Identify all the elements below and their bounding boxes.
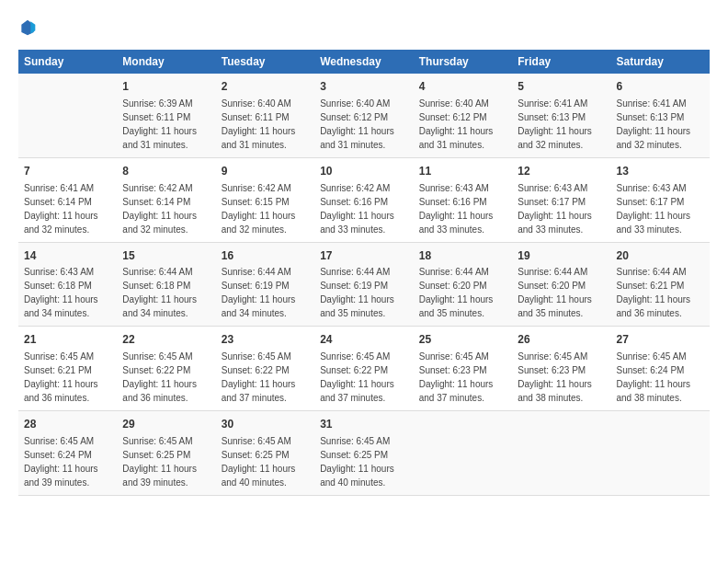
- day-number: 23: [222, 332, 309, 348]
- cell-sunset: Sunset: 6:23 PM: [518, 365, 586, 375]
- cell-sunrise: Sunrise: 6:45 AM: [320, 436, 390, 446]
- day-number: 10: [320, 164, 408, 179]
- calendar-cell: 18Sunrise: 6:44 AMSunset: 6:20 PMDayligh…: [414, 242, 512, 327]
- cell-sunrise: Sunrise: 6:40 AM: [320, 98, 390, 109]
- week-row-2: 7Sunrise: 6:41 AMSunset: 6:14 PMDaylight…: [18, 157, 710, 242]
- cell-sunrise: Sunrise: 6:45 AM: [24, 436, 94, 446]
- day-number: 2: [222, 79, 309, 95]
- cell-sunrise: Sunrise: 6:45 AM: [222, 436, 291, 446]
- calendar-cell: 15Sunrise: 6:44 AMSunset: 6:18 PMDayligh…: [117, 242, 215, 327]
- cell-sunrise: Sunrise: 6:40 AM: [419, 98, 489, 109]
- day-number: 19: [518, 248, 605, 264]
- cell-sunset: Sunset: 6:18 PM: [122, 281, 190, 291]
- cell-daylight: Daylight: 11 hours and 32 minutes.: [122, 211, 197, 235]
- day-number: 11: [419, 164, 506, 179]
- header-row: SundayMondayTuesdayWednesdayThursdayFrid…: [18, 50, 710, 74]
- cell-sunset: Sunset: 6:17 PM: [518, 197, 586, 207]
- cell-sunrise: Sunrise: 6:40 AM: [222, 98, 291, 109]
- cell-sunset: Sunset: 6:18 PM: [24, 281, 92, 291]
- cell-sunrise: Sunrise: 6:41 AM: [518, 98, 587, 109]
- cell-daylight: Daylight: 11 hours and 37 minutes.: [320, 379, 394, 403]
- cell-sunrise: Sunrise: 6:42 AM: [320, 183, 390, 193]
- cell-sunrise: Sunrise: 6:42 AM: [222, 183, 291, 193]
- calendar-cell: 12Sunrise: 6:43 AMSunset: 6:17 PMDayligh…: [512, 157, 610, 242]
- cell-sunset: Sunset: 6:22 PM: [320, 365, 388, 375]
- cell-daylight: Daylight: 11 hours and 37 minutes.: [222, 379, 296, 403]
- week-row-5: 28Sunrise: 6:45 AMSunset: 6:24 PMDayligh…: [18, 411, 710, 496]
- calendar-cell: 7Sunrise: 6:41 AMSunset: 6:14 PMDaylight…: [18, 157, 117, 242]
- calendar-cell: [512, 411, 610, 496]
- calendar-cell: 16Sunrise: 6:44 AMSunset: 6:19 PMDayligh…: [216, 242, 314, 327]
- day-number: 7: [24, 164, 111, 179]
- day-number: 12: [518, 164, 605, 179]
- cell-daylight: Daylight: 11 hours and 33 minutes.: [617, 211, 691, 235]
- calendar-cell: 14Sunrise: 6:43 AMSunset: 6:18 PMDayligh…: [18, 242, 117, 327]
- day-header-wednesday: Wednesday: [314, 50, 414, 74]
- calendar-cell: 1Sunrise: 6:39 AMSunset: 6:11 PMDaylight…: [117, 74, 215, 157]
- cell-sunrise: Sunrise: 6:43 AM: [617, 183, 687, 193]
- cell-daylight: Daylight: 11 hours and 32 minutes.: [222, 211, 296, 235]
- calendar-cell: 29Sunrise: 6:45 AMSunset: 6:25 PMDayligh…: [117, 411, 215, 496]
- cell-sunrise: Sunrise: 6:44 AM: [122, 267, 192, 277]
- cell-sunset: Sunset: 6:13 PM: [617, 112, 685, 122]
- day-header-monday: Monday: [117, 50, 215, 74]
- calendar-cell: 13Sunrise: 6:43 AMSunset: 6:17 PMDayligh…: [611, 157, 711, 242]
- day-number: 5: [518, 79, 605, 95]
- cell-sunrise: Sunrise: 6:44 AM: [518, 267, 587, 277]
- calendar-header: SundayMondayTuesdayWednesdayThursdayFrid…: [18, 50, 710, 74]
- day-number: 1: [122, 79, 210, 95]
- cell-daylight: Daylight: 11 hours and 31 minutes.: [222, 126, 296, 150]
- calendar-cell: 21Sunrise: 6:45 AMSunset: 6:21 PMDayligh…: [18, 327, 117, 411]
- cell-daylight: Daylight: 11 hours and 35 minutes.: [419, 294, 494, 318]
- cell-sunset: Sunset: 6:11 PM: [222, 112, 290, 122]
- calendar-cell: 6Sunrise: 6:41 AMSunset: 6:13 PMDaylight…: [611, 74, 711, 157]
- logo: [18, 18, 40, 40]
- cell-sunrise: Sunrise: 6:43 AM: [518, 183, 587, 193]
- cell-daylight: Daylight: 11 hours and 40 minutes.: [320, 464, 394, 488]
- cell-sunset: Sunset: 6:25 PM: [320, 450, 388, 460]
- cell-sunset: Sunset: 6:19 PM: [222, 281, 290, 291]
- day-number: 30: [222, 417, 309, 432]
- calendar-cell: 24Sunrise: 6:45 AMSunset: 6:22 PMDayligh…: [314, 327, 414, 411]
- cell-daylight: Daylight: 11 hours and 35 minutes.: [518, 294, 592, 318]
- calendar-cell: [611, 411, 711, 496]
- day-header-saturday: Saturday: [611, 50, 711, 74]
- calendar-cell: 17Sunrise: 6:44 AMSunset: 6:19 PMDayligh…: [314, 242, 414, 327]
- cell-sunrise: Sunrise: 6:43 AM: [419, 183, 489, 193]
- cell-sunset: Sunset: 6:22 PM: [222, 365, 290, 375]
- cell-sunset: Sunset: 6:16 PM: [419, 197, 487, 207]
- calendar-cell: 25Sunrise: 6:45 AMSunset: 6:23 PMDayligh…: [414, 327, 512, 411]
- day-number: 16: [222, 248, 309, 264]
- cell-sunset: Sunset: 6:24 PM: [617, 365, 685, 375]
- cell-sunset: Sunset: 6:14 PM: [122, 197, 190, 207]
- day-number: 29: [122, 417, 210, 432]
- cell-sunset: Sunset: 6:15 PM: [222, 197, 290, 207]
- cell-sunset: Sunset: 6:24 PM: [24, 450, 92, 460]
- cell-sunrise: Sunrise: 6:45 AM: [122, 351, 192, 362]
- day-number: 17: [320, 248, 408, 264]
- cell-daylight: Daylight: 11 hours and 39 minutes.: [122, 464, 197, 488]
- calendar-cell: 31Sunrise: 6:45 AMSunset: 6:25 PMDayligh…: [314, 411, 414, 496]
- calendar-cell: 20Sunrise: 6:44 AMSunset: 6:21 PMDayligh…: [611, 242, 711, 327]
- header: [18, 18, 710, 40]
- cell-daylight: Daylight: 11 hours and 36 minutes.: [122, 379, 197, 403]
- cell-sunrise: Sunrise: 6:41 AM: [24, 183, 94, 193]
- calendar-cell: [18, 74, 117, 157]
- day-number: 4: [419, 79, 506, 95]
- calendar-cell: 5Sunrise: 6:41 AMSunset: 6:13 PMDaylight…: [512, 74, 610, 157]
- cell-sunset: Sunset: 6:12 PM: [419, 112, 487, 122]
- cell-sunrise: Sunrise: 6:45 AM: [222, 351, 291, 362]
- cell-sunrise: Sunrise: 6:45 AM: [320, 351, 390, 362]
- calendar-cell: [414, 411, 512, 496]
- cell-sunset: Sunset: 6:16 PM: [320, 197, 388, 207]
- cell-sunset: Sunset: 6:20 PM: [518, 281, 586, 291]
- cell-daylight: Daylight: 11 hours and 33 minutes.: [320, 211, 394, 235]
- calendar-cell: 9Sunrise: 6:42 AMSunset: 6:15 PMDaylight…: [216, 157, 314, 242]
- day-number: 27: [617, 332, 705, 348]
- cell-daylight: Daylight: 11 hours and 39 minutes.: [24, 464, 98, 488]
- day-number: 8: [122, 164, 210, 179]
- week-row-4: 21Sunrise: 6:45 AMSunset: 6:21 PMDayligh…: [18, 327, 710, 411]
- week-row-1: 1Sunrise: 6:39 AMSunset: 6:11 PMDaylight…: [18, 74, 710, 157]
- day-number: 9: [222, 164, 309, 179]
- day-number: 13: [617, 164, 705, 179]
